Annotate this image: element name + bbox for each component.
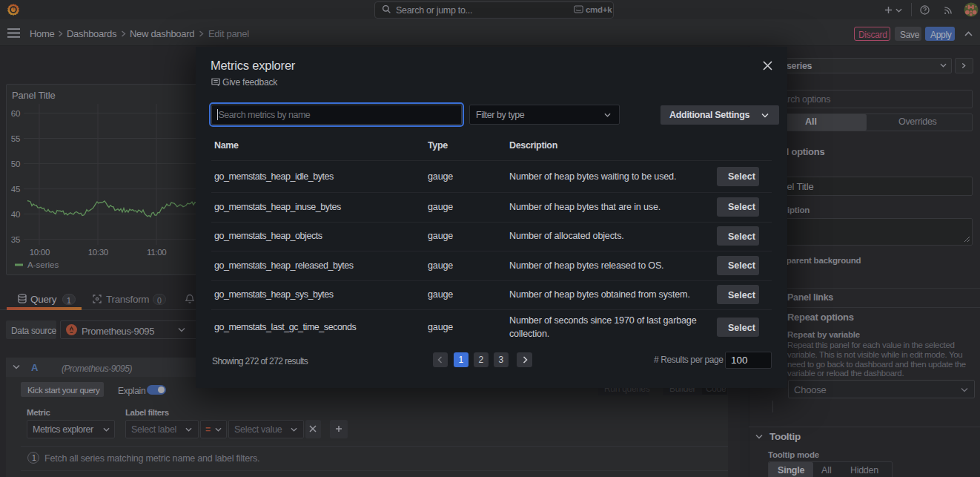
- svg-text:40: 40: [11, 210, 21, 219]
- svg-text:50: 50: [11, 159, 21, 168]
- svg-text:10:30: 10:30: [88, 248, 108, 257]
- svg-text:10:00: 10:00: [30, 248, 50, 257]
- svg-text:60: 60: [11, 109, 21, 118]
- svg-text:35: 35: [11, 235, 21, 244]
- svg-text:45: 45: [11, 185, 21, 194]
- svg-text:55: 55: [11, 134, 21, 143]
- svg-text:A-series: A-series: [27, 260, 59, 269]
- svg-text:11:00: 11:00: [147, 248, 166, 257]
